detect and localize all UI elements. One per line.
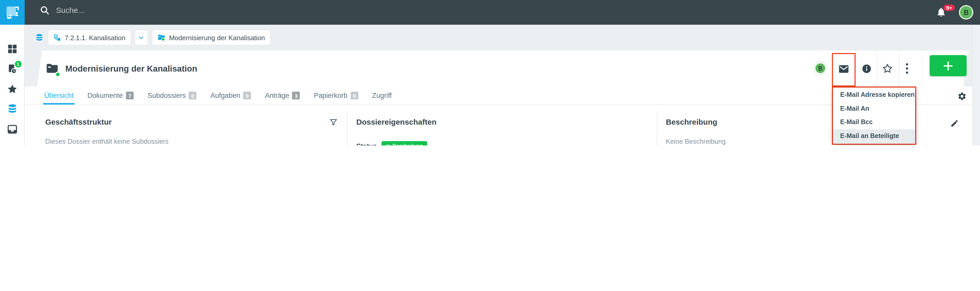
tab-antraege[interactable]: Anträge 3 (265, 86, 300, 104)
sidebar-item-records[interactable] (6, 104, 18, 115)
edit-description-button[interactable] (950, 119, 959, 128)
structure-panel-title: Geschäftsstruktur (45, 117, 111, 126)
filter-button[interactable] (329, 118, 338, 127)
database-icon (6, 104, 18, 115)
sidebar-item-inbox[interactable] (6, 124, 18, 135)
breadcrumb-database-icon[interactable] (35, 33, 44, 42)
status-label: Status (356, 142, 377, 146)
pencil-icon (950, 119, 959, 128)
page-title: Modernisierung der Kanalisation (65, 64, 197, 74)
tab-label: Subdossiers (148, 92, 186, 99)
dossier-status-dot (55, 72, 60, 77)
add-button[interactable] (930, 55, 967, 76)
tab-zugriff[interactable]: Zugriff (372, 86, 392, 104)
status-badge: In Bearbeitung (381, 141, 427, 146)
description-empty-text: Keine Beschreibung (666, 138, 726, 145)
tab-subdossiers[interactable]: Subdossiers 0 (148, 86, 197, 104)
menu-item-email-an[interactable]: E-Mail An (833, 102, 915, 116)
tab-count-badge: 0 (243, 92, 251, 99)
breadcrumb-structure-label: 7.2.1.1. Kanalisation (65, 34, 126, 42)
plus-icon (942, 59, 954, 72)
info-button[interactable] (862, 64, 872, 74)
header-divider (923, 51, 923, 86)
tab-count-badge: 0 (189, 92, 197, 99)
envelope-icon (838, 63, 850, 75)
dossier-tabs: Übersicht Dokumente 7 Subdossiers 0 Aufg… (25, 86, 972, 105)
sidebar-item-views[interactable] (6, 144, 18, 146)
tab-label: Zugriff (372, 92, 392, 99)
search-icon (40, 5, 49, 15)
header-divider (857, 51, 857, 86)
dossier-type-folder-icon (45, 62, 59, 76)
star-icon (6, 83, 18, 95)
dashboard-grid-icon (6, 43, 18, 54)
hierarchy-icon (54, 34, 61, 42)
tab-aufgaben[interactable]: Aufgaben 0 (210, 86, 251, 104)
header-divider (876, 51, 877, 86)
gear-icon (958, 92, 967, 101)
app-window: 9+ B 1 (0, 0, 980, 146)
search-input[interactable] (55, 5, 271, 15)
info-icon (862, 64, 872, 74)
tab-dokumente[interactable]: Dokumente 7 (88, 86, 134, 104)
recent-count-badge: 1 (15, 61, 21, 67)
menu-item-email-an-beteiligte[interactable]: E-Mail an Beteiligte (833, 129, 915, 143)
lead-avatar-mini[interactable]: B (815, 62, 826, 74)
description-panel-title: Beschreibung (666, 117, 717, 126)
panel-divider (657, 111, 657, 146)
properties-rows: Status In Bearbeitung Federführung B Bos… (347, 136, 657, 146)
menu-item-email-adresse-kopieren[interactable]: E-Mail Adresse kopieren (833, 88, 915, 102)
global-search (40, 5, 271, 15)
tab-label: Aufgaben (210, 92, 240, 99)
user-avatar[interactable]: B (959, 5, 973, 19)
kebab-menu-icon (905, 63, 908, 74)
favorite-button[interactable] (882, 63, 893, 74)
sidebar-nav: 1 (0, 25, 25, 146)
filter-funnel-icon (329, 118, 338, 127)
tab-count-badge: 0 (351, 92, 358, 99)
more-actions-button[interactable] (905, 63, 908, 74)
email-button[interactable] (838, 63, 850, 75)
overview-content: Geschäftsstruktur Dieses Dossier enthält… (25, 105, 972, 146)
notification-count-badge: 9+ (942, 3, 956, 12)
tab-label: Dokumente (88, 92, 123, 99)
tab-uebersicht[interactable]: Übersicht (44, 86, 73, 104)
carousel-view-icon (6, 144, 18, 146)
breadcrumb-item-structure[interactable]: 7.2.1.1. Kanalisation (48, 30, 130, 45)
star-outline-icon (882, 63, 893, 74)
sidebar-item-dashboard[interactable] (6, 43, 18, 54)
email-dropdown-menu: E-Mail Adresse kopieren E-Mail An E-Mail… (833, 87, 915, 144)
sidebar-item-recent[interactable]: 1 (6, 63, 18, 75)
app-logo[interactable] (0, 0, 25, 25)
menu-item-email-bcc[interactable]: E-Mail Bcc (833, 115, 915, 129)
sidebar-item-favorites[interactable] (6, 83, 18, 95)
breadcrumb-item-dossier[interactable]: Modernisierung der Kanalisation (152, 30, 270, 45)
annotation-box-menu: E-Mail Adresse kopieren E-Mail An E-Mail… (832, 86, 916, 144)
tab-label: Papierkorb (314, 92, 348, 99)
tab-settings-button[interactable] (958, 92, 967, 101)
property-row-status: Status In Bearbeitung (356, 136, 642, 146)
tab-count-badge: 7 (126, 92, 134, 99)
top-bar: 9+ B (0, 0, 980, 25)
breadcrumb: 7.2.1.1. Kanalisation Modernisierung der… (25, 25, 972, 51)
tab-papierkorb[interactable]: Papierkorb 0 (314, 86, 358, 104)
header-divider (899, 51, 900, 86)
inbox-tray-icon (6, 124, 18, 135)
scrollbar-track[interactable] (972, 25, 980, 146)
chevron-down-icon (138, 34, 145, 41)
breadcrumb-structure-dropdown[interactable] (135, 30, 148, 45)
properties-panel-title: Dossiereigenschaften (356, 117, 436, 126)
tab-label: Anträge (265, 92, 289, 99)
tab-count-badge: 3 (292, 92, 300, 99)
tab-label: Übersicht (44, 92, 73, 99)
app-logo-icon (5, 5, 20, 20)
dossier-folder-icon (158, 34, 165, 42)
structure-empty-text: Dieses Dossier enthält keine Subdossiers (45, 138, 169, 145)
breadcrumb-dossier-label: Modernisierung der Kanalisation (169, 34, 265, 42)
